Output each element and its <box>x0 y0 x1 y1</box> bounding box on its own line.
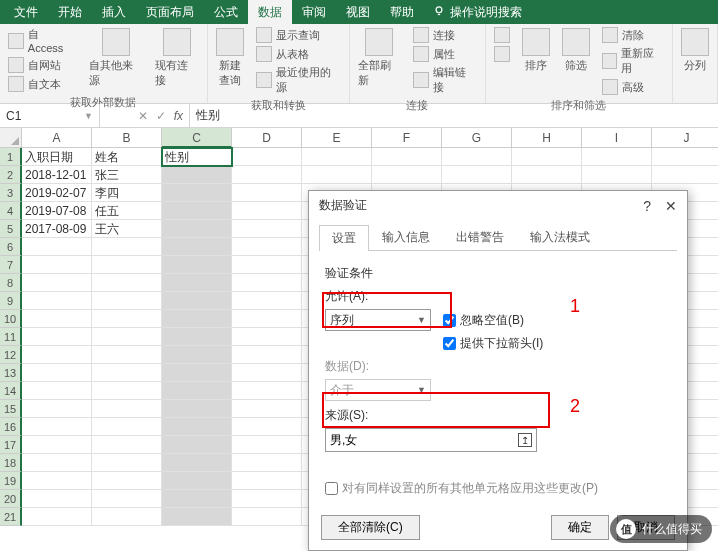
ok-button[interactable]: 确定 <box>551 515 609 540</box>
cell[interactable] <box>442 166 512 184</box>
cell[interactable] <box>232 436 302 454</box>
cell[interactable] <box>232 364 302 382</box>
cell[interactable] <box>162 238 232 256</box>
dialog-titlebar[interactable]: 数据验证 ? ✕ <box>309 191 687 220</box>
cell[interactable] <box>162 310 232 328</box>
tab-view[interactable]: 视图 <box>336 0 380 25</box>
row-header[interactable]: 18 <box>0 454 22 472</box>
tab-file[interactable]: 文件 <box>4 0 48 25</box>
cell[interactable] <box>22 328 92 346</box>
tab-help[interactable]: 帮助 <box>380 0 424 25</box>
column-header[interactable]: A <box>22 128 92 148</box>
from-access-button[interactable]: 自 Access <box>6 26 79 55</box>
row-header[interactable]: 6 <box>0 238 22 256</box>
select-all-corner[interactable] <box>0 128 22 148</box>
cell[interactable] <box>582 166 652 184</box>
column-header[interactable]: G <box>442 128 512 148</box>
cell[interactable] <box>302 148 372 166</box>
cell[interactable] <box>92 292 162 310</box>
row-header[interactable]: 12 <box>0 346 22 364</box>
cell[interactable]: 2017-08-09 <box>22 220 92 238</box>
help-icon[interactable]: ? <box>643 198 651 214</box>
refresh-all-button[interactable]: 全部刷新 <box>356 26 404 90</box>
cell[interactable]: 张三 <box>92 166 162 184</box>
cell[interactable] <box>162 328 232 346</box>
cell[interactable] <box>162 400 232 418</box>
cell[interactable] <box>162 436 232 454</box>
row-header[interactable]: 16 <box>0 418 22 436</box>
cell[interactable] <box>232 400 302 418</box>
cell[interactable] <box>92 328 162 346</box>
tab-data[interactable]: 数据 <box>248 0 292 25</box>
tab-insert[interactable]: 插入 <box>92 0 136 25</box>
allow-select[interactable]: 序列 ▼ <box>325 309 431 331</box>
cell[interactable] <box>162 454 232 472</box>
cell[interactable] <box>22 454 92 472</box>
cell[interactable] <box>232 148 302 166</box>
cell[interactable] <box>232 202 302 220</box>
new-query-button[interactable]: 新建 查询 <box>214 26 246 90</box>
cell[interactable] <box>92 436 162 454</box>
cell[interactable] <box>162 292 232 310</box>
cell[interactable] <box>22 256 92 274</box>
cell[interactable] <box>162 184 232 202</box>
column-header[interactable]: H <box>512 128 582 148</box>
cell[interactable] <box>92 400 162 418</box>
cell[interactable] <box>22 238 92 256</box>
row-header[interactable]: 1 <box>0 148 22 166</box>
cell[interactable] <box>162 220 232 238</box>
cell[interactable] <box>22 310 92 328</box>
cell[interactable] <box>22 436 92 454</box>
row-header[interactable]: 5 <box>0 220 22 238</box>
cell[interactable]: 性别 <box>162 148 232 166</box>
cell[interactable] <box>162 274 232 292</box>
cell[interactable]: 王六 <box>92 220 162 238</box>
show-query-button[interactable]: 显示查询 <box>254 26 343 44</box>
dialog-tab-input[interactable]: 输入信息 <box>369 224 443 250</box>
from-other-button[interactable]: 自其他来源 <box>87 26 145 90</box>
cell[interactable] <box>92 238 162 256</box>
cell[interactable] <box>232 418 302 436</box>
connections-button[interactable]: 连接 <box>411 26 478 44</box>
reapply-button[interactable]: 重新应用 <box>600 45 666 77</box>
cell[interactable]: 2019-02-07 <box>22 184 92 202</box>
cell[interactable] <box>372 166 442 184</box>
sort-az-button[interactable] <box>492 26 512 44</box>
cell[interactable] <box>162 346 232 364</box>
row-header[interactable]: 9 <box>0 292 22 310</box>
row-header[interactable]: 15 <box>0 400 22 418</box>
from-table-button[interactable]: 从表格 <box>254 45 343 63</box>
from-text-button[interactable]: 自文本 <box>6 75 79 93</box>
tab-layout[interactable]: 页面布局 <box>136 0 204 25</box>
row-header[interactable]: 8 <box>0 274 22 292</box>
tab-formulas[interactable]: 公式 <box>204 0 248 25</box>
column-header[interactable]: F <box>372 128 442 148</box>
cell[interactable] <box>232 220 302 238</box>
column-header[interactable]: I <box>582 128 652 148</box>
clear-button[interactable]: 清除 <box>600 26 666 44</box>
cell[interactable] <box>92 346 162 364</box>
sort-button[interactable]: 排序 <box>520 26 552 75</box>
row-header[interactable]: 7 <box>0 256 22 274</box>
cell[interactable] <box>232 256 302 274</box>
source-input[interactable] <box>330 433 518 447</box>
name-box[interactable]: C1 ▼ <box>0 104 100 127</box>
dialog-tab-ime[interactable]: 输入法模式 <box>517 224 603 250</box>
tab-home[interactable]: 开始 <box>48 0 92 25</box>
cell[interactable] <box>232 184 302 202</box>
row-header[interactable]: 21 <box>0 508 22 526</box>
cell[interactable] <box>92 274 162 292</box>
row-header[interactable]: 11 <box>0 328 22 346</box>
cell[interactable] <box>512 166 582 184</box>
cell[interactable] <box>232 508 302 526</box>
text-to-columns-button[interactable]: 分列 <box>679 26 711 75</box>
cell[interactable] <box>162 508 232 526</box>
cell[interactable] <box>442 148 512 166</box>
fx-icon[interactable]: fx <box>174 109 183 123</box>
row-header[interactable]: 3 <box>0 184 22 202</box>
cell[interactable] <box>22 346 92 364</box>
cell[interactable] <box>22 490 92 508</box>
cell[interactable] <box>582 148 652 166</box>
cell[interactable] <box>22 508 92 526</box>
cell[interactable] <box>232 274 302 292</box>
